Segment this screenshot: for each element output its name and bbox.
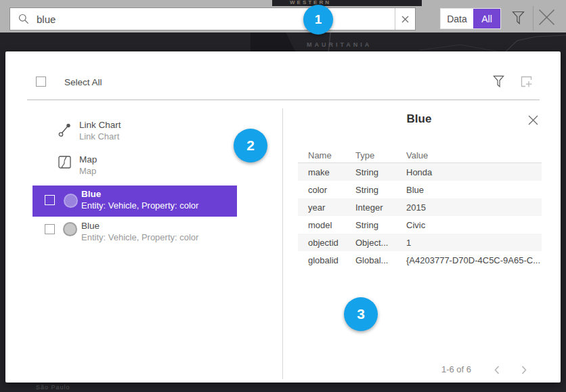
attr-type: String xyxy=(355,185,406,195)
attr-type: Global... xyxy=(355,255,406,265)
list-detail-divider xyxy=(282,108,283,379)
result-item-blue-selected[interactable]: Blue Entity: Vehicle, Property: color xyxy=(32,186,237,217)
result-checkbox[interactable] xyxy=(45,195,55,205)
attr-value: Blue xyxy=(406,185,542,195)
search-box xyxy=(9,7,416,30)
toolbar-filter-button[interactable] xyxy=(509,9,527,26)
attr-name: model xyxy=(308,220,355,230)
attr-value: Honda xyxy=(406,167,542,177)
map-label-western: WESTERN xyxy=(290,0,331,5)
table-row: objectid Object... 1 xyxy=(298,234,542,251)
table-row: color String Blue xyxy=(298,181,542,198)
search-results-dialog: Select All Link Chart Link Chart Map Map… xyxy=(5,51,561,383)
toolbar-divider xyxy=(533,6,534,30)
result-item-subtitle: Entity: Vehicle, Property: color xyxy=(81,200,198,211)
map-label-city: São Paulo xyxy=(36,384,70,391)
select-all-label: Select All xyxy=(64,77,102,87)
search-icon xyxy=(10,14,29,24)
result-item-map-subtitle: Map xyxy=(79,166,96,176)
detail-close-button[interactable] xyxy=(525,112,540,127)
column-header-type: Type xyxy=(355,150,406,160)
detail-title: Blue xyxy=(283,112,555,126)
link-chart-icon xyxy=(58,123,72,137)
result-item-map[interactable]: Map xyxy=(79,154,97,165)
next-page-button[interactable] xyxy=(516,363,532,376)
result-item-link-chart[interactable]: Link Chart xyxy=(79,120,121,130)
attr-name: objectid xyxy=(308,238,355,248)
result-item-title: Blue xyxy=(81,189,101,199)
attr-value: {A4203777-D70D-4C5C-9A65-C... xyxy=(406,255,542,265)
chevron-left-icon xyxy=(494,366,500,374)
map-icon xyxy=(58,156,71,169)
attr-type: Integer xyxy=(355,202,406,213)
select-all-checkbox[interactable] xyxy=(36,77,46,87)
table-row: model String Civic xyxy=(298,216,542,234)
attr-value: 2015 xyxy=(406,202,542,213)
add-to-selection-icon xyxy=(519,74,534,89)
filter-icon xyxy=(512,11,525,25)
annotation-callout-1: 1 xyxy=(303,5,333,35)
attr-value: 1 xyxy=(406,238,542,248)
column-header-name: Name xyxy=(308,150,355,160)
attr-type: Object... xyxy=(355,238,406,248)
result-item-blue[interactable]: Blue xyxy=(81,221,100,231)
result-checkbox[interactable] xyxy=(45,224,55,234)
table-row: globalid Global... {A4203777-D70D-4C5C-9… xyxy=(298,251,542,269)
result-item-link-chart-subtitle: Link Chart xyxy=(79,131,119,141)
map-label-western-strip: WESTERN xyxy=(272,0,422,6)
add-results-button[interactable] xyxy=(517,73,535,89)
column-header-value: Value xyxy=(406,150,542,160)
attr-name: year xyxy=(308,202,355,213)
attribute-table-header: Name Type Value xyxy=(298,148,542,163)
filter-icon xyxy=(493,75,504,88)
attr-name: globalid xyxy=(308,255,355,265)
clear-icon xyxy=(401,16,409,23)
attr-type: String xyxy=(355,220,406,230)
panel-header-divider xyxy=(27,100,540,100)
scope-toggle: Data All xyxy=(440,8,501,29)
toolbar-close-button[interactable] xyxy=(537,7,556,26)
entity-circle-icon xyxy=(63,222,77,236)
attr-name: color xyxy=(308,185,355,195)
entity-circle-icon xyxy=(64,194,78,208)
clear-search-button[interactable] xyxy=(395,8,415,30)
toggle-option-all[interactable]: All xyxy=(473,9,500,28)
result-item-blue-subtitle: Entity: Vehicle, Property: color xyxy=(81,232,198,242)
attr-name: make xyxy=(308,167,355,177)
table-row: make String Honda xyxy=(298,163,542,181)
toggle-option-data[interactable]: Data xyxy=(441,9,473,28)
chevron-right-icon xyxy=(521,366,527,374)
pagination-range-label: 1-6 of 6 xyxy=(298,364,471,374)
annotation-callout-3: 3 xyxy=(344,297,378,331)
map-label-mauritania: MAURITANIA xyxy=(307,41,372,48)
close-icon xyxy=(528,115,538,125)
results-filter-button[interactable] xyxy=(490,73,506,89)
close-icon xyxy=(538,9,555,26)
attr-value: Civic xyxy=(406,220,542,230)
attr-type: String xyxy=(355,167,406,177)
annotation-callout-2: 2 xyxy=(234,129,267,162)
table-row: year Integer 2015 xyxy=(298,198,542,216)
previous-page-button[interactable] xyxy=(489,363,505,376)
attribute-table: Name Type Value make String Honda color … xyxy=(298,148,542,269)
search-input[interactable] xyxy=(29,13,395,26)
